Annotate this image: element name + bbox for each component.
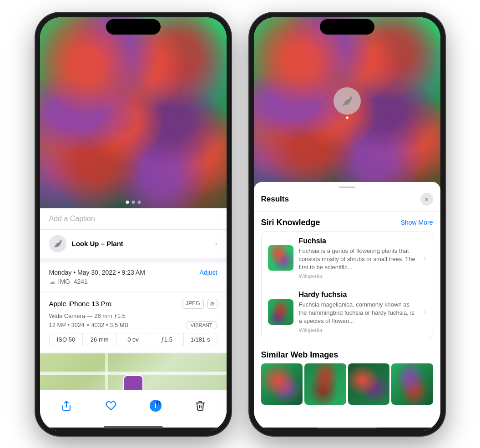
fuchsia-thumb-image (268, 245, 293, 271)
similar-image-1[interactable] (261, 363, 303, 405)
cloud-icon: ☁ (49, 278, 56, 285)
map-road-v (105, 353, 108, 390)
fuchsia-info: Fuchsia Fuchsia is a genus of flowering … (299, 237, 419, 280)
fuchsia-name: Fuchsia (299, 237, 419, 245)
map-road-h (40, 372, 227, 375)
exif-shutter: 1/181 s (184, 333, 217, 346)
photo-area[interactable] (40, 17, 227, 208)
caption-area[interactable]: Add a Caption (40, 208, 227, 230)
photo-dots (126, 201, 141, 204)
exif-iso: ISO 50 (50, 333, 83, 346)
left-phone: Add a Caption Look Up – Plant › Monda (35, 13, 231, 436)
vibrant-badge: VIBRANT (186, 321, 217, 329)
drag-handle[interactable] (339, 186, 355, 188)
similar-image-2[interactable] (304, 363, 346, 405)
home-indicator (40, 428, 227, 431)
dynamic-island (106, 19, 161, 35)
exif-aperture: ƒ1.5 (150, 333, 184, 346)
similar-image-3[interactable] (348, 363, 390, 405)
meta-block: Monday • May 30, 2022 • 9:23 AM Adjust ☁… (40, 262, 227, 292)
info-panel: Add a Caption Look Up – Plant › Monda (40, 208, 227, 390)
flower-photo (40, 17, 227, 208)
photo-dot-2 (131, 201, 135, 204)
fuchsia-source: Wikipedia (299, 273, 419, 279)
siri-knowledge-title: Siri Knowledge (261, 218, 320, 227)
fuchsia-thumbnail (268, 245, 293, 271)
visual-lookup-button[interactable] (333, 87, 361, 115)
adjust-button[interactable]: Adjust (200, 269, 217, 276)
trash-icon (195, 400, 206, 411)
similar-web-section: Similar Web Images (254, 344, 440, 405)
camera-spec: Wide Camera — 26 mm ƒ1.5 (49, 312, 217, 319)
share-button[interactable] (58, 398, 75, 414)
vl-dot (346, 116, 349, 119)
lookup-chevron: › (215, 240, 217, 247)
home-bar (104, 426, 163, 428)
lookup-label: Look Up – Plant (72, 240, 123, 247)
similar-web-header: Similar Web Images (261, 344, 433, 363)
jpeg-badge: JPEG (182, 299, 203, 309)
device-row: Apple iPhone 13 Pro JPEG ⚙ (49, 299, 217, 309)
right-screen: Results × Siri Knowledge Show More Fuchs… (254, 17, 440, 431)
exif-ev: 0 ev (116, 333, 150, 346)
caption-placeholder[interactable]: Add a Caption (49, 215, 95, 222)
exif-row: ISO 50 26 mm 0 ev ƒ1.5 1/181 s (49, 333, 217, 346)
results-header: Results × (254, 193, 440, 211)
bottom-toolbar: i ! (40, 390, 227, 428)
meta-filename: IMG_4241 (58, 278, 88, 285)
hardy-thumb-image (268, 299, 293, 325)
hardy-source: Wikipedia (299, 327, 419, 333)
svg-text:!: ! (157, 402, 158, 405)
siri-knowledge-header: Siri Knowledge Show More (254, 211, 440, 231)
right-home-indicator (254, 428, 440, 431)
exif-focal: 26 mm (83, 333, 116, 346)
right-phone: Results × Siri Knowledge Show More Fuchs… (249, 13, 445, 436)
meta-date-row: Monday • May 30, 2022 • 9:23 AM Adjust (49, 269, 217, 276)
hardy-thumbnail (268, 299, 293, 325)
camera-mp: 12 MP • 3024 × 4032 • 3.5 MB VIBRANT (49, 321, 217, 329)
show-more-button[interactable]: Show More (401, 219, 433, 226)
lookup-label-rest: Plant (106, 240, 123, 247)
delete-button[interactable] (192, 398, 208, 414)
right-photo-area[interactable] (254, 17, 440, 190)
photo-dot-1 (126, 201, 129, 204)
knowledge-item-hardy-fuchsia[interactable]: Hardy fuchsia Fuchsia magellanica, commo… (262, 285, 433, 339)
left-screen: Add a Caption Look Up – Plant › Monda (40, 17, 227, 431)
favorite-button[interactable] (103, 398, 119, 414)
heart-icon (106, 400, 116, 411)
hardy-name: Hardy fuchsia (299, 291, 419, 299)
info-button[interactable]: i ! (147, 398, 164, 414)
results-panel: Results × Siri Knowledge Show More Fuchs… (254, 182, 440, 428)
mp-info: 12 MP • 3024 × 4032 • 3.5 MB (49, 322, 129, 328)
share-icon (61, 400, 72, 411)
device-badges: JPEG ⚙ (182, 299, 217, 309)
hardy-info: Hardy fuchsia Fuchsia magellanica, commo… (299, 291, 419, 333)
device-name: Apple iPhone 13 Pro (49, 300, 112, 307)
knowledge-card: Fuchsia Fuchsia is a genus of flowering … (261, 231, 433, 339)
info-icon: i ! (149, 399, 162, 412)
hardy-chevron: › (424, 308, 426, 316)
map-photo-thumb (123, 375, 143, 390)
results-title: Results (261, 195, 289, 204)
fuchsia-description: Fuchsia is a genus of flowering plants t… (299, 247, 419, 272)
lookup-label-bold: Look Up – (72, 240, 105, 247)
close-button[interactable]: × (420, 193, 433, 206)
similar-web-title: Similar Web Images (261, 350, 339, 360)
visual-lookup-leaf-icon (341, 95, 354, 107)
leaf-icon (53, 239, 63, 249)
right-dynamic-island (320, 19, 374, 35)
map-block[interactable] (40, 353, 227, 390)
lookup-row[interactable]: Look Up – Plant › (40, 230, 227, 262)
settings-badge[interactable]: ⚙ (207, 299, 217, 309)
lookup-icon (49, 235, 66, 252)
similar-image-grid (261, 363, 433, 405)
device-block: Apple iPhone 13 Pro JPEG ⚙ Wide Camera —… (40, 292, 227, 352)
meta-filename-row: ☁ IMG_4241 (49, 278, 217, 285)
hardy-description: Fuchsia magellanica, commonly known as t… (299, 301, 419, 326)
similar-image-4[interactable] (391, 363, 433, 405)
meta-date: Monday • May 30, 2022 • 9:23 AM (49, 269, 145, 276)
fuchsia-chevron: › (424, 254, 426, 262)
flower-overlay (40, 17, 227, 208)
knowledge-item-fuchsia[interactable]: Fuchsia Fuchsia is a genus of flowering … (262, 232, 433, 286)
photo-dot-3 (137, 201, 141, 204)
